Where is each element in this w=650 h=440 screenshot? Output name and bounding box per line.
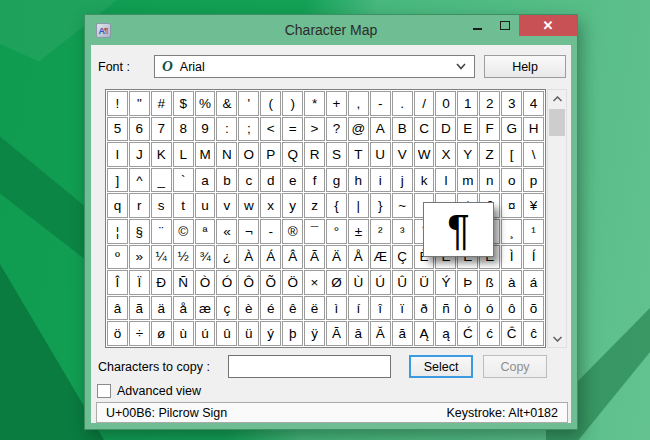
char-cell[interactable]: Ā bbox=[326, 321, 347, 346]
char-cell[interactable]: Å bbox=[348, 245, 369, 270]
char-cell[interactable]: 7 bbox=[151, 117, 172, 142]
char-cell[interactable]: ? bbox=[326, 117, 347, 142]
char-cell[interactable]: ç bbox=[216, 296, 237, 321]
char-cell[interactable]: Ñ bbox=[173, 270, 194, 295]
char-cell[interactable]: º bbox=[107, 245, 128, 270]
char-cell[interactable]: å bbox=[173, 296, 194, 321]
char-cell[interactable]: Ç bbox=[392, 245, 413, 270]
char-cell[interactable]: ò bbox=[457, 296, 478, 321]
char-cell[interactable]: Ì bbox=[501, 245, 522, 270]
char-cell[interactable]: Æ bbox=[370, 245, 391, 270]
char-cell[interactable]: Ö bbox=[282, 270, 303, 295]
char-cell[interactable]: 0 bbox=[435, 91, 456, 116]
char-cell[interactable]: . bbox=[392, 91, 413, 116]
char-cell[interactable]: Y bbox=[457, 142, 478, 167]
char-cell[interactable]: x bbox=[260, 193, 281, 218]
char-cell[interactable]: m bbox=[457, 168, 478, 193]
char-cell[interactable]: Ą bbox=[414, 321, 435, 346]
char-cell[interactable]: â bbox=[107, 296, 128, 321]
char-cell[interactable]: W bbox=[414, 142, 435, 167]
char-cell[interactable]: Q bbox=[282, 142, 303, 167]
char-cell[interactable]: n bbox=[479, 168, 500, 193]
char-cell[interactable]: ó bbox=[479, 296, 500, 321]
scrollbar-thumb[interactable] bbox=[549, 109, 565, 136]
char-cell[interactable]: _ bbox=[151, 168, 172, 193]
char-cell[interactable]: ö bbox=[107, 321, 128, 346]
close-button[interactable]: ✕ bbox=[519, 15, 577, 36]
char-cell[interactable]: Ă bbox=[370, 321, 391, 346]
char-cell[interactable]: = bbox=[282, 117, 303, 142]
char-cell[interactable]: ã bbox=[129, 296, 150, 321]
char-cell[interactable]: Ð bbox=[151, 270, 172, 295]
char-cell[interactable]: ă bbox=[392, 321, 413, 346]
char-cell[interactable]: Á bbox=[260, 245, 281, 270]
char-cell[interactable]: Ù bbox=[348, 270, 369, 295]
char-cell[interactable]: H bbox=[523, 117, 544, 142]
char-cell[interactable]: C bbox=[414, 117, 435, 142]
char-cell[interactable]: ¦ bbox=[107, 219, 128, 244]
char-cell[interactable]: Ò bbox=[195, 270, 216, 295]
char-cell[interactable]: s bbox=[151, 193, 172, 218]
scrollbar-up-button[interactable] bbox=[548, 90, 566, 107]
char-cell[interactable]: ë bbox=[304, 296, 325, 321]
char-cell[interactable]: i bbox=[370, 168, 391, 193]
char-cell[interactable]: M bbox=[195, 142, 216, 167]
char-cell[interactable]: ô bbox=[501, 296, 522, 321]
char-cell[interactable]: R bbox=[304, 142, 325, 167]
char-cell[interactable]: ¯ bbox=[304, 219, 325, 244]
char-cell[interactable]: Ã bbox=[304, 245, 325, 270]
char-cell[interactable]: Ü bbox=[414, 270, 435, 295]
char-cell[interactable]: ú bbox=[195, 321, 216, 346]
char-cell[interactable]: \ bbox=[523, 142, 544, 167]
select-button[interactable]: Select bbox=[409, 355, 473, 378]
char-cell[interactable]: ¹ bbox=[523, 219, 544, 244]
char-cell[interactable]: < bbox=[260, 117, 281, 142]
char-cell[interactable]: [ bbox=[501, 142, 522, 167]
char-cell[interactable]: ^ bbox=[129, 168, 150, 193]
char-cell[interactable]: J bbox=[129, 142, 150, 167]
char-cell[interactable]: 6 bbox=[129, 117, 150, 142]
char-cell[interactable]: / bbox=[414, 91, 435, 116]
char-cell[interactable]: Z bbox=[479, 142, 500, 167]
char-cell[interactable]: ¬ bbox=[238, 219, 259, 244]
copy-button[interactable]: Copy bbox=[483, 355, 547, 378]
char-cell[interactable]: A bbox=[370, 117, 391, 142]
char-cell[interactable]: é bbox=[260, 296, 281, 321]
char-cell[interactable]: v bbox=[216, 193, 237, 218]
char-cell[interactable]: ¸ bbox=[501, 219, 522, 244]
char-cell[interactable]: Í bbox=[523, 245, 544, 270]
char-cell[interactable]: ÷ bbox=[129, 321, 150, 346]
char-cell[interactable]: + bbox=[326, 91, 347, 116]
char-cell[interactable]: ® bbox=[282, 219, 303, 244]
char-cell[interactable]: B bbox=[392, 117, 413, 142]
char-cell[interactable]: ð bbox=[414, 296, 435, 321]
char-cell[interactable]: | bbox=[348, 193, 369, 218]
char-cell[interactable]: õ bbox=[523, 296, 544, 321]
char-cell[interactable]: ñ bbox=[435, 296, 456, 321]
char-cell[interactable]: ' bbox=[238, 91, 259, 116]
char-cell[interactable]: Ø bbox=[326, 270, 347, 295]
char-cell[interactable]: X bbox=[435, 142, 456, 167]
char-cell[interactable]: ± bbox=[348, 219, 369, 244]
char-cell[interactable]: ä bbox=[151, 296, 172, 321]
char-cell[interactable]: 3 bbox=[501, 91, 522, 116]
char-cell[interactable]: w bbox=[238, 193, 259, 218]
maximize-button[interactable] bbox=[491, 15, 519, 36]
char-cell[interactable]: 8 bbox=[173, 117, 194, 142]
char-cell[interactable]: Ä bbox=[326, 245, 347, 270]
char-cell[interactable]: q bbox=[107, 193, 128, 218]
char-cell[interactable]: Ô bbox=[238, 270, 259, 295]
char-cell[interactable]: ï bbox=[392, 296, 413, 321]
char-cell[interactable]: U bbox=[370, 142, 391, 167]
char-cell[interactable]: G bbox=[501, 117, 522, 142]
char-cell[interactable]: Þ bbox=[457, 270, 478, 295]
char-cell[interactable]: P bbox=[260, 142, 281, 167]
char-cell[interactable]: Î bbox=[107, 270, 128, 295]
char-cell[interactable]: ; bbox=[238, 117, 259, 142]
char-cell[interactable]: ( bbox=[260, 91, 281, 116]
char-cell[interactable]: ] bbox=[107, 168, 128, 193]
char-cell[interactable]: % bbox=[195, 91, 216, 116]
char-cell[interactable]: ½ bbox=[173, 245, 194, 270]
char-cell[interactable]: t bbox=[173, 193, 194, 218]
char-cell[interactable]: e bbox=[282, 168, 303, 193]
